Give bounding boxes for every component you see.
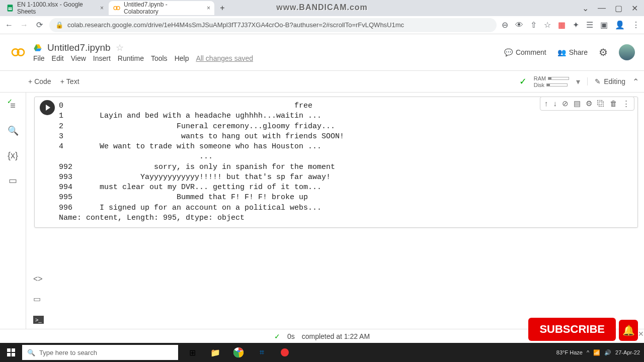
wifi-icon[interactable]: 📶	[593, 349, 600, 356]
star-icon[interactable]: ☆	[116, 42, 124, 53]
collapse-icon[interactable]: ⌃	[632, 77, 639, 86]
menu-help[interactable]: Help	[175, 54, 189, 62]
date[interactable]: 27-Apr-22	[615, 349, 640, 355]
search-icon[interactable]: 🔍	[8, 125, 19, 136]
output-icon[interactable]: ▭	[33, 294, 41, 304]
left-sidebar: ≡ 🔍 {x} ▭	[0, 93, 26, 329]
colab-logo[interactable]	[9, 43, 27, 61]
code-icon[interactable]: <>	[33, 275, 43, 284]
exec-msg: completed at 1:22 AM	[302, 332, 370, 340]
check-icon: ✓	[519, 76, 527, 87]
watermark: www.BANDICAM.com	[276, 3, 368, 12]
move-up-icon[interactable]: ↑	[544, 99, 548, 108]
mirror-icon[interactable]: ⿻	[597, 99, 605, 108]
gear-icon[interactable]: ⚙	[586, 99, 592, 108]
profile-icon[interactable]: 👤	[615, 20, 625, 30]
run-cell-button[interactable]	[40, 100, 55, 115]
dropdown-icon[interactable]: ▾	[576, 77, 580, 86]
close-window-icon[interactable]: ✕	[631, 4, 638, 13]
share-icon: 👥	[557, 48, 566, 56]
eye-icon[interactable]: 👁	[515, 21, 523, 30]
windows-taskbar: 🔍 Type here to search ⊞ 📁 ⌗ 83°F Haze ^ …	[0, 343, 644, 362]
ram-meter	[548, 77, 569, 80]
link-icon[interactable]: ⊘	[562, 99, 569, 108]
subscribe-button[interactable]: SUBSCRIBE	[528, 318, 616, 341]
tab-label: Untitled7.ipynb - Colaboratory	[124, 1, 200, 15]
avatar[interactable]	[619, 44, 635, 60]
ext-icon[interactable]: ▦	[558, 20, 566, 30]
close-overlay-icon[interactable]: ✕	[638, 330, 644, 338]
tab-colab[interactable]: Untitled7.ipynb - Colaboratory ×	[109, 1, 214, 15]
forward-icon[interactable]: →	[19, 20, 29, 30]
menu-icon[interactable]: ⋮	[632, 20, 640, 30]
menu-view[interactable]: View	[71, 54, 86, 62]
menu-insert[interactable]: Insert	[93, 54, 111, 62]
comment-button[interactable]: 💬 Comment	[504, 48, 546, 56]
menu-tools[interactable]: Tools	[151, 54, 168, 62]
disk-meter	[546, 83, 568, 86]
save-status: All changes saved	[196, 54, 253, 62]
volume-icon[interactable]: 🔊	[604, 349, 611, 356]
list-icon[interactable]: ☰	[586, 20, 593, 30]
drive-icon	[33, 43, 42, 52]
notebook-title[interactable]: Untitled7.ipynb	[47, 42, 111, 53]
comment-cell-icon[interactable]: ▤	[574, 99, 581, 108]
panel-icon[interactable]: ▣	[600, 20, 608, 30]
pencil-icon: ✎	[595, 77, 601, 85]
svg-rect-12	[12, 348, 15, 352]
share-button[interactable]: 👥 Share	[557, 48, 588, 56]
close-icon[interactable]: ×	[100, 5, 104, 12]
delete-icon[interactable]: 🗑	[610, 99, 617, 108]
comment-icon: 💬	[504, 48, 513, 56]
menu-runtime[interactable]: Runtime	[118, 54, 144, 62]
minimize-icon[interactable]: —	[598, 4, 606, 13]
colab-header: Untitled7.ipynb ☆ File Edit View Insert …	[0, 34, 644, 70]
vscode-icon[interactable]: ⌗	[252, 343, 272, 362]
terminal-icon[interactable]: >_	[33, 316, 44, 324]
gear-icon[interactable]: ⚙	[599, 46, 608, 58]
add-text-button[interactable]: + Text	[60, 77, 79, 85]
move-down-icon[interactable]: ↓	[553, 99, 557, 108]
colab-icon	[113, 4, 121, 12]
bell-icon[interactable]: 🔔	[619, 320, 638, 341]
reload-icon[interactable]: ⟳	[34, 20, 44, 30]
start-button[interactable]	[0, 343, 22, 362]
menu-bar: File Edit View Insert Runtime Tools Help…	[33, 54, 253, 62]
more-icon[interactable]: ⋮	[622, 99, 630, 108]
variables-icon[interactable]: {x}	[8, 150, 18, 161]
taskbar-search[interactable]: 🔍 Type here to search	[22, 345, 178, 360]
add-code-button[interactable]: + Code	[28, 77, 51, 85]
new-tab-button[interactable]: +	[215, 1, 229, 15]
url-input[interactable]: 🔒 colab.research.google.com/drive/1eH4M4…	[49, 18, 497, 32]
chrome-icon[interactable]	[228, 343, 249, 362]
tray-chevron-icon[interactable]: ^	[587, 349, 589, 355]
url-text: colab.research.google.com/drive/1eH4M4sS…	[67, 21, 404, 29]
lock-icon: 🔒	[55, 21, 63, 29]
menu-file[interactable]: File	[33, 54, 45, 62]
resource-meter[interactable]: RAM Disk	[534, 75, 569, 88]
share-icon[interactable]: ⇧	[530, 20, 537, 30]
cell-status-check: ✓	[7, 98, 13, 105]
puzzle-icon[interactable]: ✦	[573, 20, 579, 30]
window-controls: ⌄ — ▢ ✕	[582, 4, 644, 13]
task-view-icon[interactable]: ⊞	[182, 343, 202, 362]
tab-sheets[interactable]: EN 1-1000.xlsx - Google Sheets ×	[2, 1, 108, 15]
chevron-down-icon[interactable]: ⌄	[582, 4, 589, 13]
back-icon[interactable]: ←	[4, 20, 14, 30]
main-area: ≡ 🔍 {x} ▭ ✓ ↑ ↓ ⊘ ▤ ⚙ ⿻ 🗑 ⋮ 0	[0, 93, 644, 329]
close-icon[interactable]: ×	[207, 5, 210, 12]
menu-edit[interactable]: Edit	[52, 54, 64, 62]
search-placeholder: Type here to search	[39, 349, 97, 356]
editing-mode-button[interactable]: ✎ Editing	[587, 77, 625, 85]
explorer-icon[interactable]: 📁	[205, 343, 225, 362]
weather[interactable]: 83°F Haze	[556, 349, 583, 355]
record-icon[interactable]	[275, 343, 295, 362]
star-icon[interactable]: ☆	[544, 20, 551, 30]
code-cell[interactable]: ↑ ↓ ⊘ ▤ ⚙ ⿻ 🗑 ⋮ 0 free 1 Layin and bed w…	[34, 97, 638, 228]
notebook-toolbar: + Code + Text ✓ RAM Disk ▾ ✎ Editing ⌃	[0, 70, 644, 93]
maximize-icon[interactable]: ▢	[615, 4, 622, 13]
svg-rect-11	[7, 348, 11, 352]
zoom-icon[interactable]: ⊖	[502, 20, 508, 30]
browser-tab-strip: EN 1-1000.xlsx - Google Sheets × Untitle…	[0, 0, 644, 16]
folder-icon[interactable]: ▭	[9, 175, 17, 186]
